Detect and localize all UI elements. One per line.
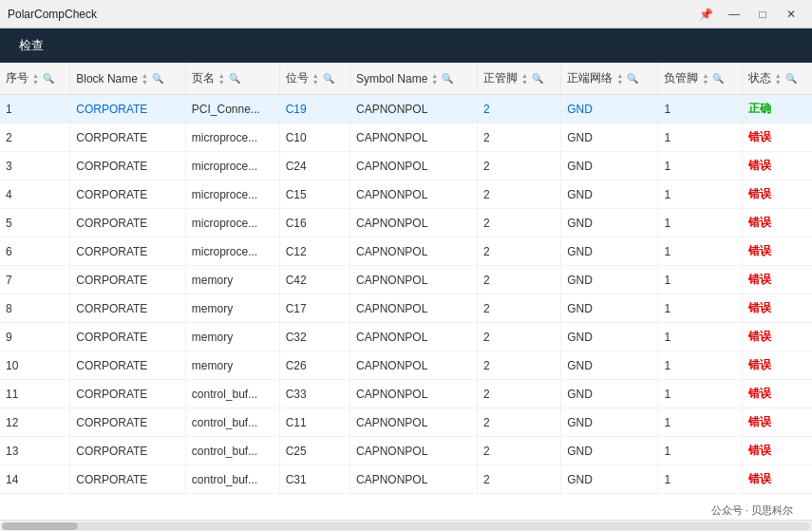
sort-posnet-icon[interactable]: ▲▼	[616, 72, 623, 85]
table-row[interactable]: 4 CORPORATE microproce... C15 CAPNONPOL …	[0, 180, 812, 209]
cell-position: C33	[279, 380, 349, 408]
cell-page-name: memory	[185, 294, 279, 323]
sort-negleg-icon[interactable]: ▲▼	[702, 72, 708, 85]
cell-status: 错误	[742, 209, 812, 237]
table-row[interactable]: 10 CORPORATE memory C26 CAPNONPOL 2 GND …	[0, 351, 812, 380]
table-row[interactable]: 7 CORPORATE memory C42 CAPNONPOL 2 GND 1…	[0, 266, 812, 294]
sort-symbol-icon[interactable]: ▲▼	[431, 72, 438, 85]
cell-status: 错误	[742, 237, 812, 266]
filter-status-icon[interactable]: 🔍	[785, 73, 797, 84]
cell-status: 错误	[742, 152, 812, 180]
cell-status: 错误	[742, 294, 812, 323]
maximize-button[interactable]: □	[749, 5, 776, 24]
filter-block-icon[interactable]: 🔍	[152, 73, 163, 84]
table-row[interactable]: 8 CORPORATE memory C17 CAPNONPOL 2 GND 1…	[0, 294, 812, 323]
cell-pos-net: GND	[561, 123, 658, 152]
title-bar: PolarCompCheck 📌 — □ ✕	[0, 0, 812, 28]
cell-pos-leg: 2	[477, 380, 560, 408]
filter-posnet-icon[interactable]: 🔍	[627, 73, 638, 84]
title-bar-left: PolarCompCheck	[8, 8, 97, 21]
horizontal-scrollbar[interactable]	[0, 520, 812, 531]
cell-symbol-name: CAPNONPOL	[349, 123, 477, 152]
app-title: PolarCompCheck	[8, 8, 97, 21]
sort-posleg-icon[interactable]: ▲▼	[521, 72, 528, 85]
cell-page-name: microproce...	[185, 237, 279, 266]
cell-neg-leg: 1	[658, 95, 742, 123]
filter-page-icon[interactable]: 🔍	[229, 73, 240, 84]
col-pos-net: 正端网络 ▲▼ 🔍	[561, 63, 658, 95]
table-header: 序号 ▲▼ 🔍 Block Name ▲▼ 🔍	[0, 63, 812, 95]
cell-symbol-name: CAPNONPOL	[349, 180, 477, 209]
col-block-name: Block Name ▲▼ 🔍	[70, 63, 186, 95]
cell-status: 错误	[742, 380, 812, 408]
cell-page-name: microproce...	[185, 209, 279, 237]
cell-status: 错误	[742, 266, 812, 294]
table-row[interactable]: 9 CORPORATE memory C32 CAPNONPOL 2 GND 1…	[0, 323, 812, 351]
table-wrapper[interactable]: 序号 ▲▼ 🔍 Block Name ▲▼ 🔍	[0, 63, 812, 520]
cell-pos-net: GND	[561, 209, 658, 237]
cell-pos-net: GND	[561, 465, 658, 494]
table-row[interactable]: 3 CORPORATE microproce... C24 CAPNONPOL …	[0, 152, 812, 180]
filter-pos-icon[interactable]: 🔍	[323, 73, 334, 84]
cell-status: 错误	[742, 465, 812, 494]
table-row[interactable]: 11 CORPORATE control_buf... C33 CAPNONPO…	[0, 380, 812, 408]
cell-block-name: CORPORATE	[70, 123, 186, 152]
cell-pos-leg: 2	[477, 95, 560, 123]
cell-neg-leg: 1	[658, 408, 742, 437]
cell-pos-leg: 2	[477, 408, 560, 437]
filter-seq-icon[interactable]: 🔍	[43, 73, 54, 84]
minimize-button[interactable]: —	[721, 5, 747, 24]
cell-block-name: CORPORATE	[70, 95, 186, 123]
sort-pos-icon[interactable]: ▲▼	[312, 72, 319, 85]
filter-negleg-icon[interactable]: 🔍	[712, 73, 724, 84]
cell-neg-leg: 1	[658, 380, 742, 408]
pin-button[interactable]: 📌	[692, 5, 719, 24]
close-button[interactable]: ✕	[778, 5, 804, 24]
table-row[interactable]: 2 CORPORATE microproce... C10 CAPNONPOL …	[0, 123, 812, 152]
table-row[interactable]: 12 CORPORATE control_buf... C11 CAPNONPO…	[0, 408, 812, 437]
cell-block-name: CORPORATE	[70, 294, 186, 323]
cell-seq: 12	[0, 408, 70, 437]
scrollbar-thumb[interactable]	[2, 522, 78, 530]
table-row[interactable]: 6 CORPORATE microproce... C12 CAPNONPOL …	[0, 237, 812, 266]
cell-position: C24	[279, 152, 349, 180]
sort-seq-icon[interactable]: ▲▼	[32, 72, 39, 85]
col-symbol-name: Symbol Name ▲▼ 🔍	[349, 63, 477, 95]
cell-neg-leg: 1	[658, 323, 742, 351]
sort-block-icon[interactable]: ▲▼	[142, 72, 148, 85]
cell-position: C15	[279, 180, 349, 209]
filter-symbol-icon[interactable]: 🔍	[442, 73, 453, 84]
filter-posleg-icon[interactable]: 🔍	[532, 73, 543, 84]
cell-status: 错误	[742, 323, 812, 351]
cell-neg-leg: 1	[658, 266, 742, 294]
cell-neg-leg: 1	[658, 123, 742, 152]
cell-symbol-name: CAPNONPOL	[349, 266, 477, 294]
toolbar: 检查	[0, 28, 812, 63]
check-button[interactable]: 检查	[11, 33, 51, 58]
table-row[interactable]: 1 CORPORATE PCI_Conne... C19 CAPNONPOL 2…	[0, 95, 812, 123]
cell-position: C42	[279, 266, 349, 294]
cell-page-name: control_buf...	[185, 408, 279, 437]
sort-status-icon[interactable]: ▲▼	[775, 72, 782, 85]
table-row[interactable]: 5 CORPORATE microproce... C16 CAPNONPOL …	[0, 209, 812, 237]
cell-symbol-name: CAPNONPOL	[349, 465, 477, 494]
cell-neg-leg: 1	[658, 465, 742, 494]
cell-page-name: control_buf...	[185, 437, 279, 465]
cell-seq: 1	[0, 95, 70, 123]
table-row[interactable]: 13 CORPORATE control_buf... C25 CAPNONPO…	[0, 437, 812, 465]
table-row[interactable]: 14 CORPORATE control_buf... C31 CAPNONPO…	[0, 465, 812, 494]
cell-pos-leg: 2	[477, 323, 560, 351]
cell-position: C17	[279, 294, 349, 323]
cell-neg-leg: 1	[658, 152, 742, 180]
sort-page-icon[interactable]: ▲▼	[218, 72, 225, 85]
cell-symbol-name: CAPNONPOL	[349, 408, 477, 437]
cell-pos-leg: 2	[477, 123, 560, 152]
cell-pos-net: GND	[561, 437, 658, 465]
cell-status: 错误	[742, 408, 812, 437]
cell-seq: 7	[0, 266, 70, 294]
cell-page-name: microproce...	[185, 180, 279, 209]
cell-pos-net: GND	[561, 152, 658, 180]
cell-neg-leg: 1	[658, 351, 742, 380]
cell-symbol-name: CAPNONPOL	[349, 294, 477, 323]
cell-position: C10	[279, 123, 349, 152]
